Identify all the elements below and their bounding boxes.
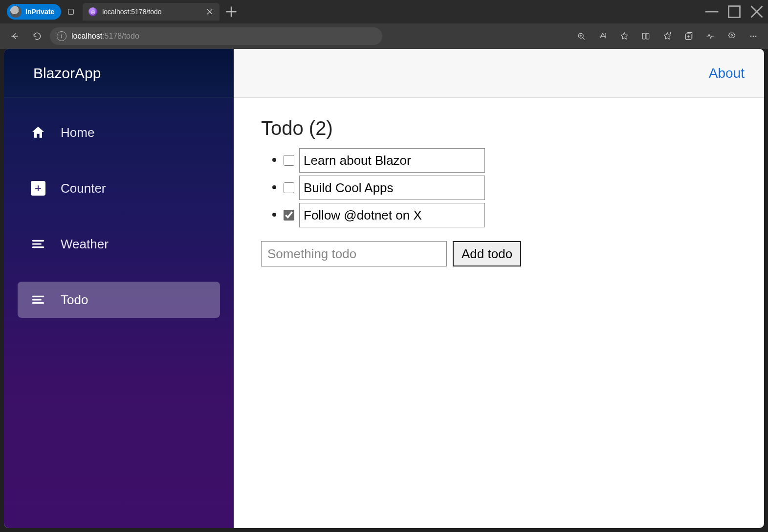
list-icon: [30, 236, 46, 252]
inprivate-badge[interactable]: InPrivate: [7, 4, 61, 20]
url-path: :5178/todo: [102, 32, 139, 40]
home-icon: [30, 125, 46, 140]
minimize-icon: [701, 0, 723, 23]
todo-item: [284, 148, 737, 173]
sidebar-item-counter[interactable]: Counter: [18, 170, 220, 206]
read-aloud-button[interactable]: [593, 26, 613, 46]
page-viewport: BlazorApp Home Counter Weather: [4, 49, 764, 528]
sidebar-item-todo[interactable]: Todo: [18, 282, 220, 318]
new-tab-button[interactable]: [222, 3, 240, 21]
todo-checkbox[interactable]: [284, 182, 294, 193]
split-icon: [641, 31, 651, 41]
svg-point-6: [731, 35, 732, 36]
browser-titlebar: InPrivate ◎ localhost:5178/todo: [0, 0, 768, 23]
star-plus-icon: [662, 31, 672, 41]
star-icon: [619, 31, 629, 41]
more-icon: [748, 31, 758, 41]
svg-point-7: [750, 36, 752, 37]
back-button[interactable]: [5, 26, 24, 46]
about-link[interactable]: About: [709, 66, 745, 81]
refresh-icon: [32, 31, 42, 41]
zoom-button[interactable]: [571, 26, 591, 46]
plus-icon: [222, 3, 240, 21]
sidebar-item-weather[interactable]: Weather: [18, 226, 220, 262]
zoom-icon: [576, 31, 586, 41]
url-text: localhost:5178/todo: [71, 32, 139, 41]
svg-rect-3: [642, 33, 645, 39]
tab-title: localhost:5178/todo: [102, 8, 200, 16]
todo-title-input[interactable]: [299, 203, 485, 227]
svg-rect-4: [646, 33, 649, 39]
sidebar-item-label: Todo: [61, 292, 88, 308]
brand-bar: BlazorApp: [4, 49, 234, 98]
window-maximize-button[interactable]: [723, 2, 746, 22]
sidebar-item-label: Home: [61, 125, 94, 140]
plus-box-icon: [30, 180, 46, 196]
profile-avatar-icon: [10, 6, 22, 18]
tab-actions-icon: [66, 7, 75, 16]
todo-title-input[interactable]: [299, 148, 485, 173]
blazor-favicon-icon: ◎: [88, 7, 97, 16]
browser-toolbar: i localhost:5178/todo: [0, 23, 768, 49]
sidebar-item-home[interactable]: Home: [18, 114, 220, 151]
main-area: About Todo (2): [234, 49, 764, 528]
window-minimize-button[interactable]: [701, 2, 723, 22]
favorites-list-button[interactable]: [658, 26, 677, 46]
todo-item: [284, 176, 737, 200]
svg-point-8: [753, 36, 754, 37]
read-aloud-icon: [598, 31, 608, 41]
browser-tab[interactable]: ◎ localhost:5178/todo: [83, 3, 219, 21]
todo-title-input[interactable]: [299, 176, 485, 200]
collections-icon: [684, 31, 694, 41]
close-icon: [746, 0, 768, 23]
new-todo-input[interactable]: [261, 241, 447, 266]
sidebar-item-label: Weather: [61, 237, 109, 252]
favorite-button[interactable]: [614, 26, 634, 46]
settings-more-button[interactable]: [744, 26, 763, 46]
todo-checkbox[interactable]: [284, 210, 294, 221]
app-sidebar: BlazorApp Home Counter Weather: [4, 49, 234, 528]
maximize-icon: [723, 0, 746, 23]
site-info-icon[interactable]: i: [57, 31, 66, 41]
todo-list: [261, 148, 737, 227]
todo-checkbox[interactable]: [284, 155, 294, 166]
add-row: Add todo: [261, 241, 737, 266]
window-close-button[interactable]: [746, 2, 768, 22]
svg-point-9: [755, 36, 757, 37]
extensions-button[interactable]: [722, 26, 742, 46]
window-controls: [701, 2, 768, 22]
address-bar[interactable]: i localhost:5178/todo: [50, 27, 382, 45]
extension-icon: [727, 31, 737, 41]
sidebar-nav: Home Counter Weather Todo: [4, 98, 234, 318]
sidebar-item-label: Counter: [61, 181, 106, 196]
svg-rect-0: [68, 9, 74, 15]
arrow-left-icon: [10, 31, 20, 41]
inprivate-label: InPrivate: [25, 8, 54, 16]
svg-rect-1: [729, 6, 740, 18]
page-content: Todo (2): [234, 98, 764, 286]
performance-button[interactable]: [701, 26, 720, 46]
tab-actions-button[interactable]: [61, 2, 81, 22]
tab-close-button[interactable]: [205, 7, 215, 17]
close-icon: [205, 7, 215, 17]
collections-button[interactable]: [679, 26, 699, 46]
split-screen-button[interactable]: [636, 26, 656, 46]
refresh-button[interactable]: [27, 26, 47, 46]
top-bar: About: [234, 49, 764, 98]
heartbeat-icon: [705, 31, 715, 41]
todo-heading: Todo (2): [261, 117, 737, 139]
app-title: BlazorApp: [33, 65, 101, 82]
todo-item: [284, 203, 737, 227]
add-todo-button[interactable]: Add todo: [453, 241, 521, 266]
list-icon: [30, 292, 46, 308]
url-host: localhost: [71, 32, 102, 40]
